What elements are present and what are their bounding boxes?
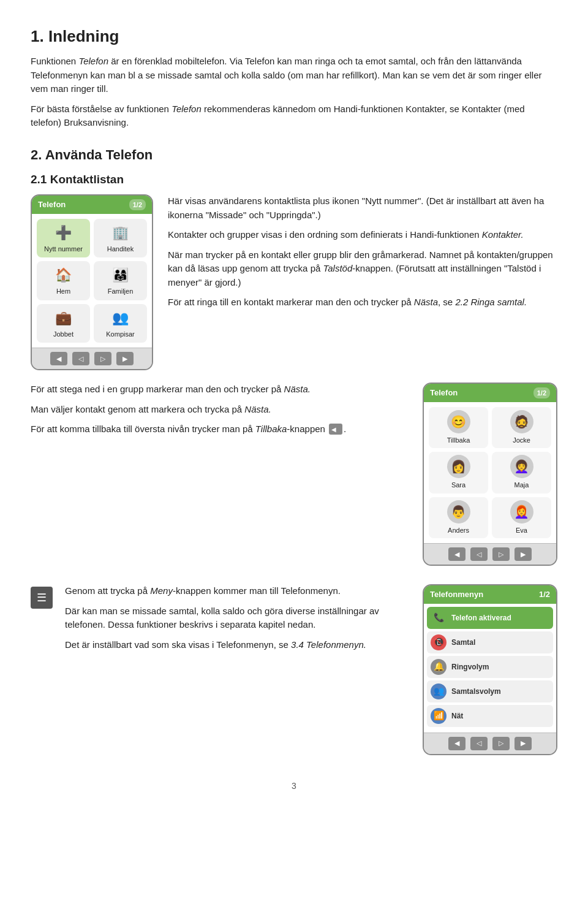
phone2-nav-back[interactable]: ◀: [448, 547, 466, 561]
section1-para1: Funktionen Telefon är en förenklad mobil…: [31, 55, 557, 96]
phone-menu-nav-prev[interactable]: ◁: [470, 737, 488, 750]
section1-heading: 1. Inledning: [31, 25, 557, 48]
menu-item-ringvolym[interactable]: 🔔 Ringvolym: [427, 656, 553, 678]
jocke-face-icon: 🧔: [514, 413, 529, 431]
phone2-cell-tillbaka[interactable]: 😊 Tillbaka: [429, 407, 488, 449]
kl-para1: Här visas användarens kontaktlista plus …: [168, 194, 557, 222]
meny-text: Genom att trycka på Meny-knappen kommer …: [65, 584, 410, 658]
nytt-nummer-label: Nytt nummer: [44, 244, 83, 254]
bottom-left-text: För att stega ned i en grupp markerar ma…: [31, 383, 404, 443]
meny-para1: Genom att trycka på Meny-knappen kommer …: [65, 584, 410, 598]
phone1-nav-prev[interactable]: ◁: [72, 352, 89, 365]
jobbet-label: Jobbet: [53, 329, 74, 340]
anders-face-icon: 👨: [451, 503, 466, 521]
jobbet-icon: 💼: [55, 308, 72, 328]
bottom-para3: För att komma tillbaka till översta nivå…: [31, 422, 404, 436]
menu-item-telefon[interactable]: 📞 Telefon aktiverad: [427, 607, 553, 629]
page-number: 3: [31, 780, 557, 793]
menu-bar-icon: 📶: [431, 708, 447, 724]
familjen-icon: 👨‍👩‍👧: [112, 265, 129, 285]
phone-menu-nav-forward[interactable]: ▶: [514, 737, 532, 750]
meny-row: ☰ Genom att trycka på Meny-knappen komme…: [31, 584, 557, 755]
phone2-cell-sara[interactable]: 👩 Sara: [429, 452, 488, 493]
kl-para3: När man trycker på en kontakt eller grup…: [168, 248, 557, 290]
phone-menu-nav: ◀ ◁ ▷ ▶: [424, 733, 556, 754]
phone-menu-list: 📞 Telefon aktiverad 📵 Samtal 🔔 Ringvolym: [424, 604, 556, 733]
menu-item-samtalsvolym[interactable]: 👥 Samtalsvolym: [427, 680, 553, 702]
phone1-cell-kompis[interactable]: 👥 Kompisar: [94, 304, 147, 343]
phone2-cell-anders[interactable]: 👨 Anders: [429, 497, 488, 539]
phone2-nav-prev[interactable]: ◁: [470, 547, 488, 561]
menu-item-samtal-label: Samtal: [451, 637, 475, 648]
phone-menu-wrapper: Telefonmenyn 1/2 📞 Telefon aktiverad 📵 S…: [423, 584, 557, 755]
phone1-grid: ➕ Nytt nummer 🏢 Handitek 🏠 Hem 👨‍👩‍👧 Fam…: [32, 214, 152, 348]
phone2-page: 1/2: [533, 387, 550, 399]
contact-eva-label: Eva: [516, 525, 527, 536]
kl-para4: För att ringa till en kontakt markerar m…: [168, 295, 557, 310]
phone-menu-title: Telefonmenyn: [430, 588, 483, 601]
menu-vol-icon: 🔔: [431, 659, 447, 675]
meny-icon-col: ☰: [31, 584, 55, 609]
kompis-label: Kompisar: [106, 329, 134, 340]
meny-button-icon: ☰: [31, 587, 53, 609]
phone-device-1: Telefon 1/2 ➕ Nytt nummer 🏢 Handitek 🏠 H…: [31, 194, 153, 370]
phone2-title: Telefon: [430, 387, 458, 399]
phone1-cell-familjen[interactable]: 👨‍👩‍👧 Familjen: [94, 261, 147, 300]
hem-label: Hem: [56, 286, 70, 297]
section1-para2: För bästa förståelse av funktionen Telef…: [31, 102, 557, 130]
kontaktlistan-row: Telefon 1/2 ➕ Nytt nummer 🏢 Handitek 🏠 H…: [31, 194, 557, 370]
phone1-nav-next[interactable]: ▷: [94, 352, 111, 365]
phone-menu-device: Telefonmenyn 1/2 📞 Telefon aktiverad 📵 S…: [423, 584, 557, 755]
phone-menu-header: Telefonmenyn 1/2: [424, 585, 556, 604]
phone1-title: Telefon: [38, 199, 66, 211]
eva-face-icon: 👩‍🦰: [514, 503, 529, 521]
nytt-nummer-icon: ➕: [55, 223, 72, 243]
menu-item-samtalsvolym-label: Samtalsvolym: [451, 686, 501, 697]
phone-menu-nav-next[interactable]: ▷: [492, 737, 510, 750]
phone-device-2: Telefon 1/2 😊 Tillbaka 🧔 Jocke: [423, 383, 557, 566]
contact-sara-label: Sara: [451, 480, 466, 490]
section2-heading: 2. Använda Telefon: [31, 145, 557, 165]
menu-item-ringvolym-label: Ringvolym: [451, 661, 489, 672]
phone1-cell-nytt-nummer[interactable]: ➕ Nytt nummer: [37, 219, 90, 258]
menu-item-nat[interactable]: 📶 Nät: [427, 705, 553, 727]
contact-jocke-label: Jocke: [513, 435, 530, 446]
phone2-cell-eva[interactable]: 👩‍🦰 Eva: [492, 497, 551, 539]
familjen-label: Familjen: [108, 286, 134, 297]
handitek-icon: 🏢: [112, 223, 129, 243]
phone2-nav-next[interactable]: ▷: [492, 547, 510, 561]
phone1-nav: ◀ ◁ ▷ ▶: [32, 348, 152, 369]
bottom-para2: Man väljer kontakt genom att markera och…: [31, 403, 404, 417]
avatar-eva: 👩‍🦰: [510, 500, 533, 523]
meny-left: ☰ Genom att trycka på Meny-knappen komme…: [31, 584, 410, 658]
bottom-section: För att stega ned i en grupp markerar ma…: [31, 383, 557, 566]
phone1-page: 1/2: [129, 199, 146, 211]
avatar-maja: 👩‍🦱: [510, 455, 533, 478]
menu-call-icon: 📵: [431, 634, 447, 650]
avatar-anders: 👨: [447, 500, 470, 523]
phone1-header: Telefon 1/2: [32, 196, 152, 214]
phone1-nav-back[interactable]: ◀: [50, 352, 67, 365]
avatar-jocke: 🧔: [510, 410, 533, 433]
tillbaka-face-icon: 😊: [451, 413, 466, 431]
menu-item-telefon-label: Telefon aktiverad: [451, 612, 511, 623]
handitek-label: Handitek: [107, 244, 134, 254]
phone1-cell-hem[interactable]: 🏠 Hem: [37, 261, 90, 300]
phone2-grid: 😊 Tillbaka 🧔 Jocke 👩 Sar: [424, 402, 556, 544]
avatar-sara: 👩: [447, 455, 470, 478]
menu-item-samtal[interactable]: 📵 Samtal: [427, 631, 553, 653]
phone1-cell-handitek[interactable]: 🏢 Handitek: [94, 219, 147, 258]
kl-para2: Kontakter och grupper visas i den ordnin…: [168, 228, 557, 242]
phone1-nav-forward[interactable]: ▶: [116, 352, 134, 365]
section-2: 2. Använda Telefon 2.1 Kontaktlistan Tel…: [31, 145, 557, 755]
phone-menu-nav-back[interactable]: ◀: [448, 737, 466, 750]
contact-tillbaka-label: Tillbaka: [447, 435, 470, 446]
section-1: 1. Inledning Funktionen Telefon är en fö…: [31, 25, 557, 130]
contact-maja-label: Maja: [514, 480, 529, 490]
phone2-cell-maja[interactable]: 👩‍🦱 Maja: [492, 452, 551, 493]
phone2-nav-forward[interactable]: ▶: [514, 547, 532, 561]
phone1-cell-jobbet[interactable]: 💼 Jobbet: [37, 304, 90, 343]
sara-face-icon: 👩: [451, 457, 466, 476]
phone2-nav: ◀ ◁ ▷ ▶: [424, 543, 556, 565]
phone2-cell-jocke[interactable]: 🧔 Jocke: [492, 407, 551, 449]
